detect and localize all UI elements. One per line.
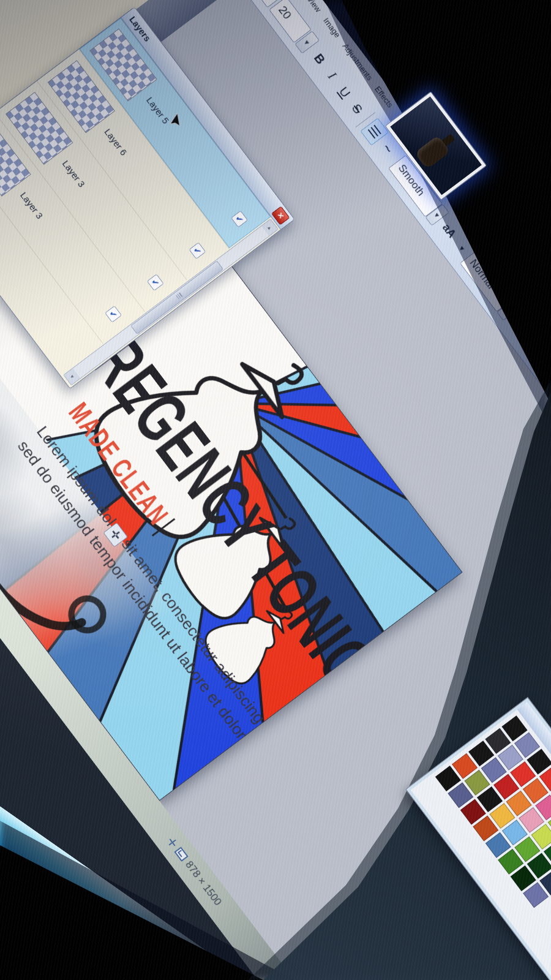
image-size-icon bbox=[174, 846, 188, 861]
cursor-position-icon bbox=[167, 837, 179, 849]
photographed-monitor: FileEditViewImageAdjustmentsEffects 20 ▾… bbox=[0, 0, 551, 980]
bottle-icon bbox=[414, 129, 459, 170]
font-style-icon[interactable]: aA bbox=[436, 219, 462, 243]
font-size-value: 20 bbox=[276, 4, 294, 22]
marker-curl bbox=[65, 592, 110, 637]
align-left-icon bbox=[368, 125, 381, 139]
blend-mode-value: Normal bbox=[467, 257, 497, 292]
